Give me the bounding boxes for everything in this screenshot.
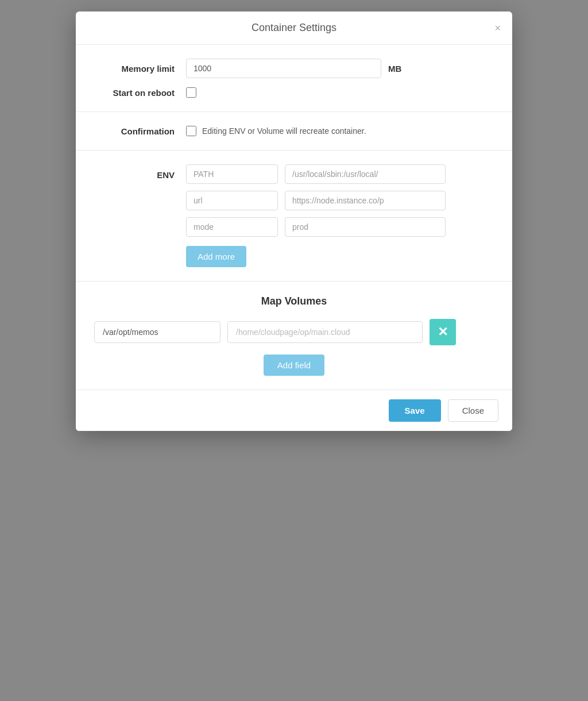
env-wrapper: ENV Add more <box>94 164 494 267</box>
env-val-1[interactable] <box>285 191 446 210</box>
env-key-0[interactable] <box>186 164 278 184</box>
remove-volume-button-0[interactable]: ✕ <box>430 319 456 345</box>
confirmation-checkbox[interactable] <box>186 126 196 136</box>
confirmation-row: Confirmation Editing ENV or Volume will … <box>94 126 494 136</box>
memory-input[interactable] <box>186 59 381 78</box>
env-key-1[interactable] <box>186 191 278 210</box>
close-footer-button[interactable]: Close <box>448 399 498 422</box>
reboot-label: Start on reboot <box>94 88 186 98</box>
env-key-2[interactable] <box>186 217 278 237</box>
volume-left-0[interactable] <box>94 321 220 343</box>
modal-header: Container Settings × <box>76 11 512 45</box>
reboot-row: Start on reboot <box>94 87 494 98</box>
add-field-wrapper: Add field <box>94 355 494 376</box>
env-row-0 <box>186 164 494 184</box>
env-val-0[interactable] <box>285 164 446 184</box>
reboot-checkbox[interactable] <box>186 87 196 98</box>
volumes-section: Map Volumes ✕ Add field <box>76 282 512 390</box>
env-row-1 <box>186 191 494 210</box>
volume-right-0[interactable] <box>227 321 423 343</box>
confirmation-label: Confirmation <box>94 126 186 136</box>
env-section: ENV Add more <box>76 151 512 282</box>
modal-body: Memory limit MB Start on reboot Confirma… <box>76 45 512 390</box>
volume-row-0: ✕ <box>94 319 494 345</box>
add-more-button[interactable]: Add more <box>186 246 246 267</box>
remove-icon: ✕ <box>438 325 448 340</box>
volumes-title: Map Volumes <box>94 295 494 307</box>
env-label: ENV <box>94 164 186 180</box>
memory-label: Memory limit <box>94 64 186 74</box>
memory-unit: MB <box>388 64 401 74</box>
confirmation-section: Confirmation Editing ENV or Volume will … <box>76 112 512 151</box>
modal-title: Container Settings <box>252 22 336 34</box>
env-row-2 <box>186 217 494 237</box>
env-fields: Add more <box>186 164 494 267</box>
modal-close-button[interactable]: × <box>494 23 501 33</box>
memory-row: Memory limit MB <box>94 59 494 78</box>
add-field-button[interactable]: Add field <box>264 355 324 376</box>
memory-reboot-section: Memory limit MB Start on reboot <box>76 45 512 112</box>
env-val-2[interactable] <box>285 217 446 237</box>
container-settings-modal: Container Settings × Memory limit MB Sta… <box>76 11 512 431</box>
confirmation-text: Editing ENV or Volume will recreate cont… <box>202 126 366 136</box>
save-button[interactable]: Save <box>389 399 441 422</box>
modal-footer: Save Close <box>76 390 512 431</box>
